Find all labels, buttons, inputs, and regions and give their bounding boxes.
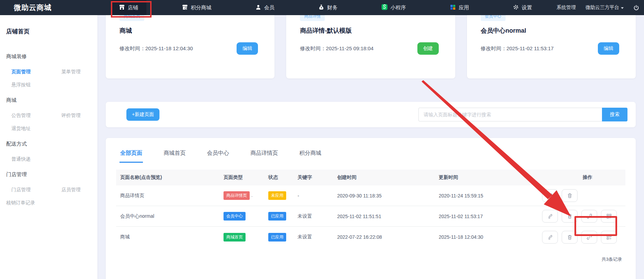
template-cards-row: 商城首页 商城 修改时间：2025-11-18 12:04:30 编辑 商品详情… xyxy=(106,15,636,78)
sidebar-item-page-management[interactable]: 页面管理 xyxy=(11,69,61,75)
sidebar: 店铺首页 商城装修 页面管理 菜单管理 悬浮按钮 商城 公告管理 评价管理 退货… xyxy=(0,15,97,279)
card-type-badge: 商品详情 xyxy=(300,15,325,21)
tab-member-center[interactable]: 会员中心 xyxy=(206,148,230,163)
card-type-badge: 商城首页 xyxy=(120,15,144,21)
sidebar-item-announcement-management[interactable]: 公告管理 xyxy=(11,112,61,119)
card-title: 商品详情-默认模版 xyxy=(300,26,438,35)
card-modified-time: 修改时间：2025-11-18 12:04:30 xyxy=(120,45,193,52)
chevron-down-icon xyxy=(621,7,624,9)
tab-mall-home[interactable]: 商城首页 xyxy=(163,148,186,163)
page-name-link[interactable]: 商城 xyxy=(116,234,219,240)
main-content: 商城首页 商城 修改时间：2025-11-18 12:04:30 编辑 商品详情… xyxy=(97,15,644,279)
nav-item-miniprogram[interactable]: 小程序 xyxy=(373,0,414,15)
create-template-button[interactable]: 创建 xyxy=(417,42,439,55)
tab-points-mall[interactable]: 积分商城 xyxy=(299,148,322,163)
sidebar-item-clerk-management[interactable]: 店员管理 xyxy=(61,187,91,193)
status-badge: 未应用 xyxy=(268,191,286,200)
nav-item-shop[interactable]: 店铺 xyxy=(111,0,146,15)
qrcode-button[interactable] xyxy=(601,231,617,244)
page-type-badge: 会员中心 xyxy=(224,212,246,221)
created-time-value: 2025-11-02 11:51:51 xyxy=(333,214,435,219)
sidebar-item-store-management[interactable]: 门店管理 xyxy=(11,187,61,193)
nav-item-label: 财务 xyxy=(327,4,337,11)
edit-template-button[interactable]: 编辑 xyxy=(598,42,619,55)
navbar-right-group: 系统管理 微助云三方平台 xyxy=(557,0,639,15)
copy-link-button[interactable] xyxy=(581,231,597,244)
link-icon xyxy=(587,214,592,219)
system-admin-link[interactable]: 系统管理 xyxy=(557,4,576,11)
card-modified-time: 修改时间：2025-11-25 09:18:04 xyxy=(300,45,373,52)
qrcode-button[interactable] xyxy=(601,210,617,223)
edit-page-button[interactable] xyxy=(542,210,558,223)
app-logo: 微助云商城 xyxy=(14,0,52,15)
table-row: 商品详情页 商品详情页.. 未应用 - 2020-09-30 11:18:35 … xyxy=(116,185,625,206)
sidebar-group-mall: 商城 xyxy=(6,97,91,104)
trash-icon xyxy=(567,193,572,198)
type-overflow-ellipsis: .. xyxy=(251,193,253,198)
nav-item-label: 积分商城 xyxy=(191,4,211,11)
table-header: 页面名称(点击预览) 页面类型 状态 关键字 创建时间 更新时间 操作 xyxy=(116,170,625,185)
modified-label: 修改时间： xyxy=(120,45,145,51)
power-icon xyxy=(633,5,639,11)
sidebar-item-return-address[interactable]: 退货地址 xyxy=(11,126,61,132)
sidebar-item-writeoff-order-records[interactable]: 核销订单记录 xyxy=(6,200,91,206)
new-page-button[interactable]: +新建页面 xyxy=(126,108,159,121)
status-badge: 已应用 xyxy=(268,212,286,221)
updated-time-value: 2025-11-18 12:04:30 xyxy=(435,234,538,240)
page-name-link[interactable]: 商品详情页 xyxy=(116,193,219,199)
column-created-time: 创建时间 xyxy=(333,174,435,181)
edit-template-button[interactable]: 编辑 xyxy=(237,42,258,55)
column-page-type: 页面类型 xyxy=(219,174,264,181)
nav-item-label: 小程序 xyxy=(391,4,406,11)
nav-item-label: 设置 xyxy=(522,4,532,11)
edit-page-button[interactable] xyxy=(542,231,558,244)
link-icon xyxy=(587,235,592,240)
sidebar-item-standard-express[interactable]: 普通快递 xyxy=(11,156,61,162)
nav-item-members[interactable]: 会员 xyxy=(247,0,283,15)
search-input[interactable] xyxy=(418,108,602,121)
modified-value: 2025-11-18 12:04:30 xyxy=(145,45,193,51)
tab-all-pages[interactable]: 全部页面 xyxy=(120,148,143,163)
qrcode-icon xyxy=(606,214,612,219)
pencil-icon xyxy=(548,235,553,240)
delete-page-button[interactable] xyxy=(562,189,578,202)
nav-item-apps[interactable]: 应用 xyxy=(442,0,477,15)
pencil-icon xyxy=(548,214,553,219)
keyword-value: 未设置 xyxy=(293,234,333,240)
delete-page-button[interactable] xyxy=(562,210,578,223)
modified-value: 2025-11-02 11:53:17 xyxy=(507,45,554,51)
copy-link-button[interactable] xyxy=(581,210,597,223)
page-type-tabs: 全部页面 商城首页 会员中心 商品详情页 积分商城 xyxy=(116,148,625,163)
keyword-value: - xyxy=(293,193,333,198)
table-row: 会员中心normal 会员中心 已应用 未设置 2025-11-02 11:51… xyxy=(116,206,625,227)
apps-grid-icon xyxy=(450,4,456,11)
nav-item-points-mall[interactable]: 积分商城 xyxy=(174,0,220,15)
modified-label: 修改时间： xyxy=(481,45,507,51)
updated-time-value: 2020-11-24 15:59:15 xyxy=(435,193,538,198)
delete-page-button[interactable] xyxy=(562,231,578,244)
card-type-badge: 会员中心 xyxy=(481,15,506,21)
created-time-value: 2020-09-30 11:18:35 xyxy=(333,193,435,198)
sidebar-item-review-management[interactable]: 评价管理 xyxy=(61,112,91,119)
top-navbar: 微助云商城 店铺 积分商城 会员 ¥ 财务 xyxy=(0,0,644,15)
sidebar-item-floating-button[interactable]: 悬浮按钮 xyxy=(11,82,61,88)
tab-product-detail[interactable]: 商品详情页 xyxy=(250,148,279,163)
sidebar-item-shop-home[interactable]: 店铺首页 xyxy=(6,28,91,35)
search-button[interactable]: 搜索 xyxy=(602,108,627,121)
edit-page-button[interactable] xyxy=(542,189,558,202)
sidebar-item-menu-management[interactable]: 菜单管理 xyxy=(61,69,91,75)
keyword-value: 未设置 xyxy=(293,213,333,219)
platform-dropdown-label: 微助云三方平台 xyxy=(585,4,619,11)
platform-dropdown[interactable]: 微助云三方平台 xyxy=(585,4,624,11)
logout-power-button[interactable] xyxy=(633,5,639,11)
template-card-member-center: 会员中心 会员中心normal 修改时间：2025-11-02 11:53:17… xyxy=(467,15,636,78)
column-keyword: 关键字 xyxy=(293,174,333,181)
nav-item-finance[interactable]: ¥ 财务 xyxy=(310,0,346,15)
nav-item-label: 会员 xyxy=(264,4,274,11)
page-name-link[interactable]: 会员中心normal xyxy=(116,213,219,219)
column-actions: 操作 xyxy=(538,174,625,181)
column-page-name: 页面名称(点击预览) xyxy=(116,174,219,181)
column-status: 状态 xyxy=(264,174,293,181)
gear-icon xyxy=(513,4,519,11)
nav-item-settings[interactable]: 设置 xyxy=(505,0,540,15)
